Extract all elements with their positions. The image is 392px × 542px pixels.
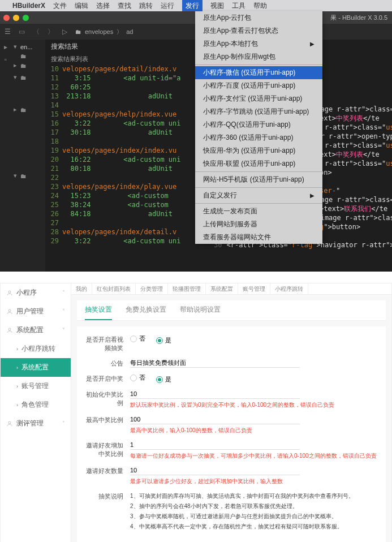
radio-yes[interactable]: 是 [156, 375, 171, 384]
menu-tools[interactable]: 工具 [232, 1, 245, 11]
tab-lottery[interactable]: 抽奖设置 [85, 300, 112, 320]
file-icon[interactable]: ▭ [19, 28, 25, 36]
sidebar-subitem[interactable]: ›账号管理 [1, 377, 71, 395]
app-name: HBuilderX [12, 2, 45, 10]
folder-icon[interactable]: 🖿 [20, 62, 27, 69]
explorer-icon[interactable]: ▸ [4, 43, 7, 51]
menu-file[interactable]: 文件 [53, 1, 67, 11]
sidebar-toggle-icon[interactable]: ☰ [5, 28, 11, 36]
gear-icon [6, 327, 13, 334]
menu-item[interactable]: 原生App-本地打包▶ [195, 37, 322, 50]
svg-point-0 [8, 291, 11, 293]
tab-free[interactable]: 免费兑换设置 [126, 300, 166, 320]
desc-list: 1、可抽奖封面的库存均可抽、抽奖活动真实，抽中封面可在我的中奖列表中查看序列号。… [130, 491, 378, 532]
nav-back-icon[interactable]: 〈 [33, 27, 40, 37]
ide-window: HBuilderX 文件 编辑 选择 查找 跳转 运行 发行 视图 工具 帮助 … [0, 0, 392, 272]
menu-item[interactable]: 原生App-查看云打包状态 [195, 24, 322, 37]
top-tab[interactable]: 红包封面列表 [92, 283, 136, 294]
menu-item[interactable]: 原生App-制作应用wgt包 [195, 50, 322, 63]
top-tab[interactable]: 分类管理 [136, 283, 168, 294]
radio-no[interactable]: 否 [130, 373, 145, 382]
window-title: 果 - HBuilder X 3.0.5 [330, 14, 387, 22]
breadcrumb-tabs[interactable]: 我的红包封面列表分类管理轮播图管理系统配置账号管理小程序跳转 [71, 283, 391, 295]
top-tab[interactable]: 轮播图管理 [168, 283, 206, 294]
close-window-icon[interactable] [3, 15, 10, 21]
menu-run[interactable]: 运行 [161, 1, 174, 11]
radio-yes[interactable]: 是 [156, 336, 171, 345]
input-invite-rate[interactable] [130, 440, 300, 450]
publish-dropdown: 原生App-云打包原生App-查看云打包状态原生App-本地打包▶原生App-制… [195, 11, 322, 244]
input-invite-count[interactable] [130, 466, 300, 475]
folder-icon[interactable]: 🖿 [20, 106, 27, 113]
sidebar-item[interactable]: 测评管理˂ [1, 414, 71, 433]
menu-edit[interactable]: 编辑 [75, 1, 88, 11]
sidebar-item[interactable]: 系统配置˅ [1, 321, 71, 339]
macos-menubar: HBuilderX 文件 编辑 选择 查找 跳转 运行 发行 视图 工具 帮助 [0, 0, 392, 11]
sidebar-subitem[interactable]: ›系统配置 [1, 358, 71, 377]
tree-root[interactable]: en... [20, 44, 32, 50]
label-init-rate: 初始化中奖比例 [85, 389, 130, 409]
input-max-rate[interactable] [130, 415, 300, 424]
input-notice[interactable] [130, 358, 300, 368]
label-notice: 公告 [85, 358, 130, 368]
menu-item[interactable]: 自定义发行▶ [195, 189, 322, 202]
admin-panel: 小程序˂用户管理˂系统配置˅›小程序跳转›系统配置›账号管理›角色管理测评管理˂… [0, 283, 392, 542]
top-tab[interactable]: 小程序跳转 [270, 283, 308, 294]
minimize-window-icon[interactable] [13, 15, 19, 21]
menu-item[interactable]: 生成统一发布页面 [195, 205, 322, 218]
menu-view[interactable]: 视图 [210, 1, 224, 11]
menu-publish[interactable]: 发行 [182, 0, 203, 12]
menu-item[interactable]: 小程序-百度 (仅适用于uni-app) [195, 79, 322, 92]
radio-no[interactable]: 否 [130, 334, 145, 343]
top-tab[interactable]: 系统配置 [206, 283, 238, 294]
folder-icon: 🖿 [75, 28, 81, 35]
menu-item[interactable]: 小程序-字节跳动 (仅适用于uni-app) [195, 105, 322, 118]
activity-bar: ▸ ▫ [0, 40, 11, 272]
menu-item[interactable]: 上传网站到服务器 [195, 218, 322, 231]
breadcrumb[interactable]: 🖿 envelopes 〉 ad [75, 28, 133, 36]
sidebar-item[interactable]: 小程序˂ [1, 283, 71, 302]
run-icon[interactable]: ▷ [62, 28, 67, 36]
admin-sidebar: 小程序˂用户管理˂系统配置˅›小程序跳转›系统配置›账号管理›角色管理测评管理˂ [1, 283, 71, 542]
label-video-lottery: 是否开启看视频抽奖 [85, 334, 130, 352]
svg-point-1 [8, 309, 11, 312]
menu-item[interactable]: 原生App-云打包 [195, 11, 322, 24]
nav-forward-icon[interactable]: 〉 [48, 27, 54, 37]
tip-init-rate: 默认玩家中奖比例，设置为0则完全不中奖，输入0-100之间的整数，错误自己负责 [130, 401, 378, 409]
folder-icon[interactable]: 🖿 [20, 53, 27, 59]
label-max-rate: 最高中奖比例 [85, 415, 130, 435]
input-init-rate[interactable] [130, 389, 300, 399]
menu-item[interactable]: 查看服务器端网站文件 [195, 231, 322, 244]
top-tab[interactable]: 账号管理 [238, 283, 270, 294]
menu-find[interactable]: 查找 [118, 1, 131, 11]
menu-item[interactable]: 网站-H5手机版 (仅适用于uni-app) [195, 173, 322, 186]
admin-main: 我的红包封面列表分类管理轮播图管理系统配置账号管理小程序跳转 抽奖设置 免费兑换… [71, 283, 391, 542]
menu-item[interactable]: 快应用-联盟 (仅适用于uni-app) [195, 157, 322, 170]
files-icon[interactable]: ▫ [5, 55, 7, 63]
sidebar-subitem[interactable]: ›角色管理 [1, 395, 71, 414]
file-tree[interactable]: ▾en... 🖿 ▸🖿 ▾🖿 ▸🖿 ▾🖿 [11, 40, 45, 272]
menu-goto[interactable]: 跳转 [139, 1, 153, 11]
line-gutter: 1011121314151617181920212223242526272829 [45, 64, 62, 246]
svg-point-3 [8, 421, 11, 424]
tab-help[interactable]: 帮助说明设置 [180, 300, 221, 320]
tip-invite-rate: 每邀请一位好友成功参与一次抽奖，可增加多少中奖比例，请输入0-100之间的整数，… [130, 452, 378, 460]
traffic-lights[interactable] [3, 15, 29, 21]
top-tab[interactable]: 我的 [71, 283, 92, 294]
menu-select[interactable]: 选择 [96, 1, 110, 11]
menu-item[interactable]: 小程序-微信 (仅适用于uni-app) [195, 66, 322, 79]
tip-max-rate: 最高中奖比例，输入0-100的整数，错误自己负责 [130, 427, 378, 435]
user-icon [6, 290, 13, 296]
menu-help[interactable]: 帮助 [253, 1, 267, 11]
sidebar-subitem[interactable]: ›小程序跳转 [1, 339, 71, 358]
user-icon [6, 308, 13, 315]
folder-icon[interactable]: 🖿 [20, 74, 27, 81]
menu-item[interactable]: 小程序-QQ(仅适用于uni-app) [195, 118, 322, 131]
label-desc: 抽奖说明 [85, 491, 130, 532]
maximize-window-icon[interactable] [23, 15, 29, 21]
menu-item[interactable]: 小程序-支付宝 (仅适用于uni-app) [195, 92, 322, 105]
menu-item[interactable]: 小程序-360 (仅适用于uni-app) [195, 131, 322, 144]
sidebar-item[interactable]: 用户管理˂ [1, 302, 71, 321]
menu-item[interactable]: 快应用-华为 (仅适用于uni-app) [195, 144, 322, 157]
folder-icon[interactable]: 🖿 [20, 173, 27, 179]
